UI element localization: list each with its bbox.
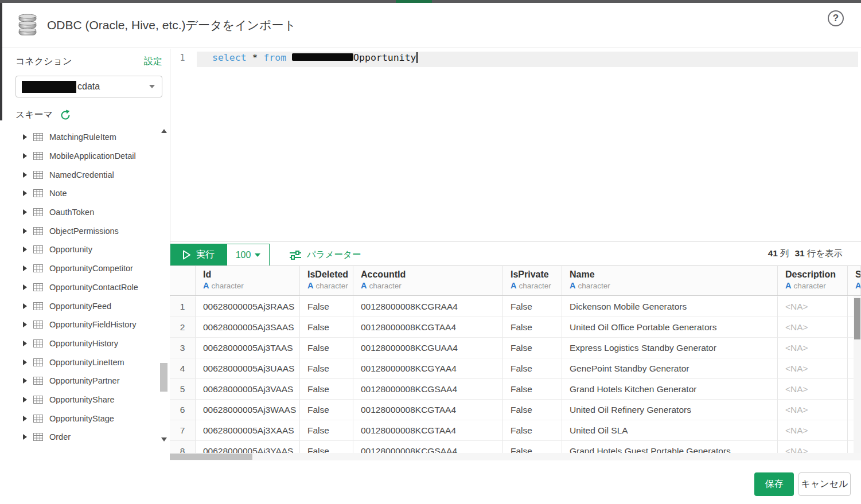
scrollbar-thumb[interactable] <box>170 454 252 460</box>
column-header-description[interactable]: DescriptionAcharacter <box>778 266 848 295</box>
parameters-button[interactable]: パラメーター <box>285 244 365 266</box>
table-icon <box>33 208 43 216</box>
table-icon <box>33 171 43 179</box>
connection-select[interactable]: cdata <box>15 76 162 97</box>
row-limit-dropdown[interactable]: 100 <box>227 244 270 266</box>
tree-item-opportunity[interactable]: Opportunity <box>2 240 159 259</box>
character-type-icon: A <box>570 281 575 290</box>
table-body[interactable]: 100628000005Aj3RAASFalse00128000008KCGRA… <box>170 296 861 453</box>
scroll-down-icon[interactable] <box>161 437 167 442</box>
table-row[interactable]: 700628000005Aj3XAASFalse00128000008KCGTA… <box>170 420 861 441</box>
connection-label: コネクション <box>15 56 72 68</box>
caret-right-icon[interactable] <box>23 416 27 421</box>
table-vertical-scrollbar[interactable] <box>854 296 861 453</box>
chevron-down-icon <box>255 253 260 257</box>
tree-item-opportunityhistory[interactable]: OpportunityHistory <box>2 334 159 353</box>
caret-right-icon[interactable] <box>23 284 27 290</box>
table-row[interactable]: 100628000005Aj3RAASFalse00128000008KCGRA… <box>170 296 861 317</box>
caret-right-icon[interactable] <box>23 360 27 365</box>
sql-editor[interactable]: 1 select * from Opportunity <box>171 49 861 241</box>
sql-code-line[interactable]: select * from Opportunity <box>212 52 418 63</box>
run-button[interactable]: 実行 <box>170 244 227 266</box>
scroll-up-icon[interactable] <box>161 129 167 133</box>
table-row[interactable]: 300628000005Aj3TAASFalse00128000008KCGUA… <box>170 338 861 358</box>
table-icon <box>33 396 43 404</box>
columns-count: 41 <box>768 248 778 258</box>
caret-right-icon[interactable] <box>23 153 27 159</box>
tree-item-opportunityfeed[interactable]: OpportunityFeed <box>2 296 159 315</box>
caret-right-icon[interactable] <box>23 341 27 346</box>
table-header-row: IdAcharacter IsDeletedAcharacter Account… <box>170 265 861 296</box>
table-row[interactable]: 800628000005Aj3YAASFalse00128000008KCGSA… <box>170 441 861 453</box>
tree-item-objectpermissions[interactable]: ObjectPermissions <box>2 221 159 240</box>
column-header-isdeleted[interactable]: IsDeletedAcharacter <box>300 266 353 295</box>
tree-item-opportunitypartner[interactable]: OpportunityPartner <box>2 372 159 390</box>
character-type-icon: A <box>855 281 861 290</box>
tree-item-opportunitystage[interactable]: OpportunityStage <box>2 409 159 428</box>
sql-keyword-select: select <box>212 52 247 63</box>
cancel-button[interactable]: キャンセル <box>798 472 851 496</box>
tree-item-note[interactable]: Note <box>2 184 159 203</box>
column-header-id[interactable]: IdAcharacter <box>196 266 300 295</box>
odbc-import-dialog: ODBC (Oracle, Hive, etc.)データをインポート ? コネク… <box>0 0 861 504</box>
caret-right-icon[interactable] <box>23 209 27 215</box>
column-header-partial[interactable]: SA <box>848 266 861 295</box>
tree-item-opportunitylineitem[interactable]: OpportunityLineItem <box>2 353 159 372</box>
sql-keyword-from: from <box>263 52 286 63</box>
schema-label: スキーマ <box>15 109 53 121</box>
tree-item-mobileapplicationdetail[interactable]: MobileApplicationDetail <box>2 147 159 166</box>
table-icon <box>33 152 43 160</box>
settings-link[interactable]: 設定 <box>144 56 162 68</box>
tree-item-order[interactable]: Order <box>2 428 159 447</box>
tree-item-opportunityfieldhistory[interactable]: OpportunityFieldHistory <box>2 315 159 334</box>
caret-right-icon[interactable] <box>23 228 27 234</box>
caret-right-icon[interactable] <box>23 322 27 327</box>
tree-item-matchingruleitem[interactable]: MatchingRuleItem <box>2 128 159 147</box>
table-row[interactable]: 600628000005Aj3WAASFalse00128000008KCGTA… <box>170 400 861 420</box>
caret-right-icon[interactable] <box>23 303 27 309</box>
caret-right-icon[interactable] <box>23 247 27 252</box>
caret-right-icon[interactable] <box>23 397 27 403</box>
caret-right-icon[interactable] <box>23 172 27 178</box>
sliders-icon <box>290 251 301 260</box>
tree-item-opportunityshare[interactable]: OpportunityShare <box>2 390 159 409</box>
caret-right-icon[interactable] <box>23 265 27 271</box>
table-icon <box>33 283 43 291</box>
results-table: IdAcharacter IsDeletedAcharacter Account… <box>170 265 861 296</box>
caret-right-icon[interactable] <box>23 434 27 440</box>
line-number: 1 <box>171 53 194 63</box>
redaction-bar <box>22 81 76 93</box>
rows-label: 行を表示 <box>807 248 843 258</box>
sql-operator: * <box>252 52 264 63</box>
save-button[interactable]: 保存 <box>754 472 794 496</box>
refresh-icon[interactable] <box>60 110 71 121</box>
caret-right-icon[interactable] <box>23 378 27 384</box>
column-header-isprivate[interactable]: IsPrivateAcharacter <box>503 266 562 295</box>
column-header-name[interactable]: NameAcharacter <box>562 266 778 295</box>
table-icon <box>33 302 43 310</box>
column-header-accountid[interactable]: AccountIdAcharacter <box>353 266 503 295</box>
table-icon <box>33 245 43 253</box>
tree-item-opportunitycontactrole[interactable]: OpportunityContactRole <box>2 278 159 297</box>
character-type-icon: A <box>511 281 516 290</box>
table-horizontal-scrollbar[interactable] <box>170 453 861 460</box>
tree-item-opportunitycompetitor[interactable]: OpportunityCompetitor <box>2 259 159 278</box>
table-row[interactable]: 400628000005Aj3UAASFalse00128000008KCGYA… <box>170 358 861 379</box>
sidebar-scrollbar[interactable] <box>160 129 168 442</box>
columns-label: 列 <box>780 248 789 258</box>
tree-item-oauthtoken[interactable]: OauthToken <box>2 203 159 222</box>
text-cursor <box>416 52 418 63</box>
table-icon <box>33 433 43 441</box>
table-row[interactable]: 500628000005Aj3VAASFalse00128000008KCGSA… <box>170 379 861 400</box>
table-icon <box>33 358 43 366</box>
database-icon <box>16 13 39 37</box>
schema-tree: MatchingRuleItem MobileApplicationDetail… <box>2 128 159 449</box>
chevron-down-icon <box>149 85 155 88</box>
help-icon[interactable]: ? <box>828 10 844 26</box>
tree-item-namedcredential[interactable]: NamedCredential <box>2 165 159 184</box>
caret-right-icon[interactable] <box>23 190 27 196</box>
scrollbar-thumb[interactable] <box>160 363 167 392</box>
table-row[interactable]: 200628000005Aj3SAASFalse00128000008KCGTA… <box>170 317 861 338</box>
scrollbar-thumb[interactable] <box>854 298 860 339</box>
caret-right-icon[interactable] <box>23 134 27 140</box>
